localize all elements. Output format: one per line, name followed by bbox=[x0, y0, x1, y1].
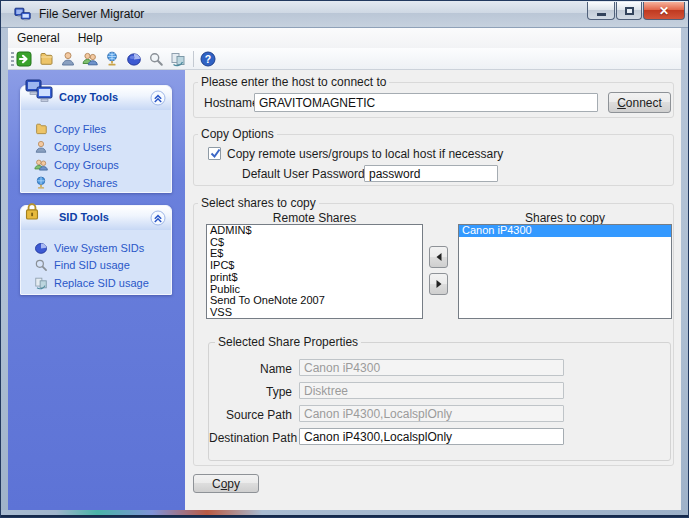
list-item[interactable]: VSS bbox=[207, 307, 422, 319]
close-icon: ✕ bbox=[659, 5, 669, 17]
lock-icon bbox=[24, 201, 40, 221]
share-properties-groupbox: Selected Share Properties Name Type Sour… bbox=[208, 342, 671, 461]
panel-sid-tools: SID Tools View System SIDs Find SID bbox=[20, 205, 172, 295]
remote-shares-header: Remote Shares bbox=[206, 211, 423, 225]
magnifier-icon bbox=[34, 258, 48, 272]
pie-chart-icon bbox=[34, 241, 48, 255]
default-password-label: Default User Password bbox=[242, 167, 357, 181]
sidebar-item-label: Copy Groups bbox=[54, 159, 119, 171]
shares-to-copy-header: Shares to copy bbox=[458, 211, 672, 225]
svg-text:?: ? bbox=[205, 53, 211, 65]
copy-users-icon[interactable] bbox=[60, 51, 76, 67]
hostname-input[interactable] bbox=[254, 93, 598, 112]
shares-to-copy-list[interactable]: Canon iP4300 bbox=[458, 224, 672, 319]
connect-button[interactable]: Connect bbox=[608, 92, 671, 113]
list-item[interactable]: ADMIN$ bbox=[207, 225, 422, 237]
find-sid-usage-icon[interactable] bbox=[148, 51, 164, 67]
minimize-button[interactable] bbox=[587, 2, 615, 20]
sidebar-item-find-sid-usage[interactable]: Find SID usage bbox=[21, 258, 171, 274]
computers-icon bbox=[24, 78, 56, 105]
list-item[interactable]: IPC$ bbox=[207, 260, 422, 272]
copy-options-groupbox: Copy Options Copy remote users/groups to… bbox=[193, 134, 674, 186]
window-bottom-border bbox=[1, 510, 688, 517]
sidebar-item-label: View System SIDs bbox=[54, 242, 144, 254]
default-password-input[interactable] bbox=[364, 165, 498, 182]
source-path-input bbox=[299, 405, 564, 422]
name-label: Name bbox=[209, 362, 292, 376]
sidebar-item-label: Find SID usage bbox=[54, 259, 130, 271]
sidebar-item-view-system-sids[interactable]: View System SIDs bbox=[21, 241, 171, 257]
copy-files-icon[interactable] bbox=[38, 51, 54, 67]
folder-icon bbox=[34, 122, 48, 136]
panel-sid-tools-header[interactable]: SID Tools bbox=[21, 206, 171, 230]
name-input bbox=[299, 359, 564, 376]
user-icon bbox=[34, 140, 48, 154]
list-item[interactable]: Send To OneNote 2007 bbox=[207, 295, 422, 307]
check-icon bbox=[209, 147, 222, 160]
host-group-title: Please enter the host to connect to bbox=[198, 75, 389, 89]
left-arrow-icon bbox=[434, 252, 444, 262]
list-item[interactable]: print$ bbox=[207, 272, 422, 284]
main-content: Please enter the host to connect to Host… bbox=[185, 70, 681, 510]
sidebar-item-copy-users[interactable]: Copy Users bbox=[21, 140, 171, 156]
share-globe-icon bbox=[34, 176, 48, 190]
connect-icon[interactable] bbox=[16, 51, 32, 67]
host-groupbox: Please enter the host to connect to Host… bbox=[193, 82, 674, 118]
copy-users-checkbox-label[interactable]: Copy remote users/groups to local host i… bbox=[227, 147, 503, 161]
sidebar-item-label: Copy Users bbox=[54, 141, 111, 153]
copy-button[interactable]: Copy bbox=[193, 474, 259, 493]
replace-sid-usage-icon[interactable] bbox=[170, 51, 186, 67]
window: File Server Migrator ✕ General Help bbox=[0, 0, 689, 518]
sidebar-item-copy-shares[interactable]: Copy Shares bbox=[21, 176, 171, 192]
sidebar-item-copy-groups[interactable]: Copy Groups bbox=[21, 158, 171, 174]
sidebar-item-copy-files[interactable]: Copy Files bbox=[21, 122, 171, 138]
move-right-button[interactable] bbox=[429, 273, 448, 295]
sidebar-item-replace-sid-usage[interactable]: Replace SID usage bbox=[21, 276, 171, 292]
help-icon[interactable]: ? bbox=[200, 51, 216, 67]
menu-general[interactable]: General bbox=[8, 29, 69, 47]
type-label: Type bbox=[209, 385, 292, 399]
copy-shares-icon[interactable] bbox=[104, 51, 120, 67]
replace-icon bbox=[34, 276, 48, 290]
view-system-sids-icon[interactable] bbox=[126, 51, 142, 67]
panel-copy-tools-header[interactable]: Copy Tools bbox=[21, 86, 171, 110]
remote-shares-list[interactable]: ADMIN$ C$ E$ IPC$ print$ Public Send To … bbox=[206, 224, 423, 319]
title-bar[interactable]: File Server Migrator ✕ bbox=[1, 1, 688, 28]
destination-path-input[interactable] bbox=[299, 428, 564, 445]
right-arrow-icon bbox=[434, 279, 444, 289]
share-properties-title: Selected Share Properties bbox=[215, 335, 361, 349]
minimize-icon bbox=[597, 13, 606, 16]
type-input bbox=[299, 382, 564, 399]
sidebar: Copy Tools Copy Files Copy Users bbox=[8, 70, 185, 510]
panel-title: Copy Tools bbox=[59, 91, 118, 103]
source-path-label: Source Path bbox=[209, 408, 292, 422]
panel-copy-tools: Copy Tools Copy Files Copy Users bbox=[20, 85, 172, 193]
hostname-label: Hostname bbox=[204, 96, 259, 110]
toolbar-gripper[interactable] bbox=[11, 52, 14, 66]
sidebar-item-label: Copy Files bbox=[54, 123, 106, 135]
close-button[interactable]: ✕ bbox=[643, 2, 685, 20]
maximize-button[interactable] bbox=[616, 2, 642, 20]
toolbar: ? bbox=[8, 48, 681, 70]
list-item-selected[interactable]: Canon iP4300 bbox=[459, 225, 671, 237]
toolbar-separator bbox=[193, 51, 194, 67]
maximize-icon bbox=[625, 7, 634, 15]
destination-path-label: Destination Path bbox=[209, 431, 292, 445]
menu-help[interactable]: Help bbox=[69, 29, 112, 47]
select-shares-groupbox: Select shares to copy Remote Shares Shar… bbox=[193, 203, 674, 466]
panel-title: SID Tools bbox=[59, 211, 109, 223]
sidebar-item-label: Replace SID usage bbox=[54, 277, 149, 289]
users-icon bbox=[34, 158, 48, 172]
copy-options-title: Copy Options bbox=[198, 127, 277, 141]
copy-users-checkbox[interactable] bbox=[208, 147, 221, 160]
select-shares-title: Select shares to copy bbox=[198, 196, 319, 210]
move-left-button[interactable] bbox=[429, 246, 448, 268]
collapse-chevron-icon[interactable] bbox=[150, 210, 166, 226]
sidebar-item-label: Copy Shares bbox=[54, 177, 118, 189]
menu-bar: General Help bbox=[8, 28, 681, 48]
copy-groups-icon[interactable] bbox=[82, 51, 98, 67]
window-title: File Server Migrator bbox=[39, 7, 144, 21]
list-item[interactable]: E$ bbox=[207, 248, 422, 260]
collapse-chevron-icon[interactable] bbox=[150, 90, 166, 106]
list-item[interactable]: C$ bbox=[207, 237, 422, 249]
